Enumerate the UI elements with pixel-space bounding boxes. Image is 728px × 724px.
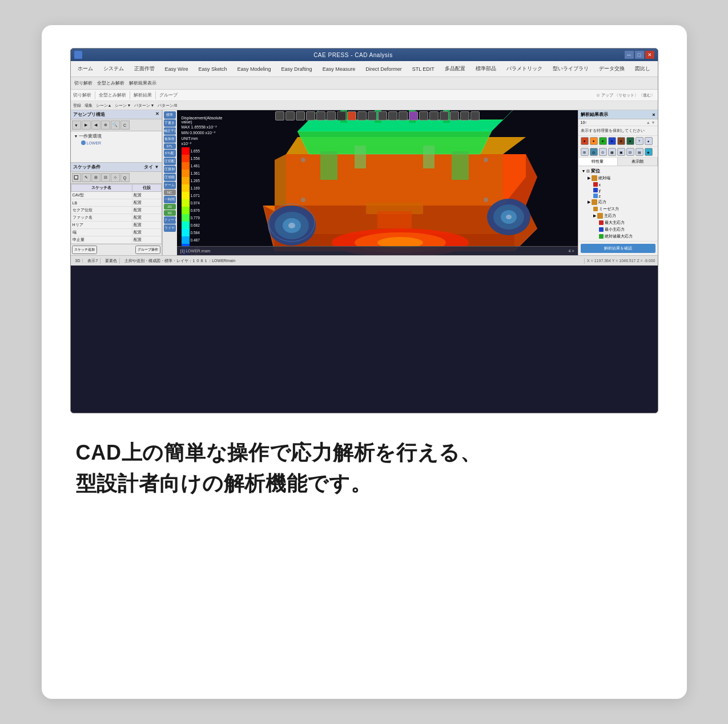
vt-btn-16[interactable]: [460, 111, 469, 120]
ricon-7[interactable]: ?: [636, 137, 643, 145]
vt-btn-1[interactable]: [275, 111, 284, 120]
sk-btn-6[interactable]: Q: [120, 173, 130, 182]
ricon-12[interactable]: ▦: [608, 148, 616, 156]
ricon-2[interactable]: ●: [590, 137, 598, 145]
side-btn-layer[interactable]: ライヤ: [164, 224, 176, 232]
ricon-13[interactable]: ▣: [617, 148, 625, 156]
side-btn-draft[interactable]: 下書き: [164, 119, 176, 127]
tab-pattern[interactable]: パターン/8: [158, 103, 177, 108]
tree-item-workspace[interactable]: ▼ 一作業環境: [72, 132, 160, 140]
tree-item-lower[interactable]: LOWER: [72, 140, 160, 146]
tab-home[interactable]: ホーム: [73, 64, 98, 74]
ricon-6[interactable]: ●: [626, 137, 634, 145]
sk-btn-5[interactable]: ⊹: [111, 173, 120, 182]
vt-btn-12[interactable]: [419, 111, 428, 120]
ricon-5[interactable]: ●: [617, 137, 625, 145]
vt-btn-4[interactable]: [306, 111, 315, 120]
vt-btn-7[interactable]: [357, 111, 367, 120]
side-btn-standard[interactable]: 標準: [164, 111, 176, 119]
sk-btn-4[interactable]: ⊟: [101, 173, 110, 182]
tab-scene[interactable]: 場集: [85, 103, 92, 108]
rtree-mises[interactable]: ミーゼス力: [581, 206, 655, 212]
vt-btn-10[interactable]: [388, 111, 397, 120]
side-btn-theme[interactable]: テーム: [164, 182, 176, 189]
ricon-4[interactable]: ●: [608, 137, 616, 145]
asm-btn-3[interactable]: ◀: [91, 120, 100, 130]
vt-btn-3[interactable]: [296, 111, 305, 120]
rtree-abs-max[interactable]: 絶対値最大応力: [581, 233, 655, 240]
tab-easy-modeling[interactable]: Easy Modeling: [233, 65, 276, 73]
tab-data-exchange[interactable]: データ交換: [594, 64, 629, 74]
vt-btn-14[interactable]: [440, 111, 449, 120]
sketch-add-btn[interactable]: スケッチ追加: [72, 246, 97, 254]
ricon-11[interactable]: ⊙: [599, 148, 607, 156]
sk-btn-1[interactable]: 🔲: [72, 173, 81, 182]
side-btn-nc[interactable]: NC: [164, 190, 176, 195]
tab-stl-edit[interactable]: STL EDIT: [408, 65, 439, 73]
asm-btn-6[interactable]: C: [120, 120, 130, 130]
tab-property-amount[interactable]: 特性量: [578, 158, 618, 166]
ricon-3[interactable]: ●: [599, 137, 607, 145]
tab-easy-measure[interactable]: Easy Measure: [318, 65, 360, 73]
ricon-1[interactable]: ●: [581, 137, 589, 145]
side-btn-stl-place[interactable]: STL配: [164, 150, 176, 157]
ricon-8[interactable]: ✦: [645, 137, 653, 145]
side-btn-tilt[interactable]: 圧傾能: [164, 174, 176, 181]
vt-btn-11[interactable]: [399, 111, 408, 120]
tab-scene3[interactable]: シーン▼: [115, 103, 131, 108]
asm-btn-5[interactable]: 🔍: [111, 120, 120, 130]
btn-result-display[interactable]: 解析統果表示: [129, 80, 156, 86]
tab-standard[interactable]: 標準部品: [471, 64, 501, 74]
vt-btn-9[interactable]: [378, 111, 387, 120]
sk-btn-2[interactable]: ✎: [82, 173, 91, 182]
maximize-button[interactable]: □: [635, 51, 644, 59]
tab-easy-drafting[interactable]: Easy Drafting: [277, 65, 317, 73]
rtree-principal[interactable]: ▶ 主応力: [581, 212, 655, 219]
vt-btn-17[interactable]: [470, 111, 480, 120]
asm-btn-1[interactable]: ▼: [72, 120, 81, 130]
rtree-max-principal[interactable]: 最大主応力: [581, 219, 655, 226]
ricon-16[interactable]: ◈: [645, 148, 653, 156]
rtree-displacement[interactable]: ▼ ⊟ 変位: [581, 167, 655, 175]
vt-btn-2[interactable]: [285, 111, 295, 120]
tab-note[interactable]: 小当注記: [656, 64, 658, 74]
tab-direct-deformer[interactable]: Direct Deformer: [361, 65, 407, 73]
side-btn-provisional[interactable]: 仮加自: [164, 135, 176, 143]
sk-btn-3[interactable]: ⊞: [91, 173, 100, 182]
analysis-panel-close-btn[interactable]: ×: [652, 112, 655, 118]
vt-btn-13[interactable]: [429, 111, 439, 120]
ricon-10[interactable]: ◎: [590, 148, 598, 156]
tab-display[interactable]: 表示朗: [618, 158, 658, 166]
tab-front[interactable]: 正面作管: [130, 64, 159, 74]
tab-parametric[interactable]: パラメトリック: [502, 64, 547, 74]
btn-full-analysis[interactable]: 全型とみ解析: [97, 80, 124, 86]
side-btn-3d[interactable]: 3D: [164, 210, 176, 216]
close-button[interactable]: ✕: [645, 51, 654, 59]
tab-multi[interactable]: 多品配置: [440, 64, 470, 74]
tab-diagram[interactable]: 図比し: [630, 64, 655, 74]
rtree-min-principal[interactable]: 最小主応力: [581, 226, 655, 233]
side-btn-interference[interactable]: 補正干渉: [164, 127, 176, 135]
ricon-15[interactable]: ▤: [636, 148, 643, 156]
side-btn-2d[interactable]: 2D: [164, 204, 176, 210]
asm-btn-4[interactable]: ⊕: [101, 120, 110, 130]
minimize-button[interactable]: ─: [625, 51, 634, 59]
vt-btn-15[interactable]: [450, 111, 459, 120]
vt-btn-red[interactable]: [347, 111, 356, 120]
side-btn-time[interactable]: 一時間: [164, 196, 176, 203]
group-operation-btn[interactable]: グループ操作: [135, 246, 160, 254]
analysis-confirm-btn[interactable]: 解析結果を確認: [581, 244, 655, 253]
side-btn-stl[interactable]: STL: [164, 143, 176, 149]
rtree-y[interactable]: y: [581, 187, 655, 193]
side-btn-press-cut[interactable]: 圧切配: [164, 158, 176, 165]
side-btn-feed[interactable]: フィード: [164, 216, 176, 224]
tab-edit[interactable]: 登録: [73, 103, 81, 108]
vt-btn-5[interactable]: [316, 111, 325, 120]
assembly-panel-close[interactable]: ✕: [155, 111, 159, 118]
tab-system[interactable]: システム: [99, 64, 128, 74]
tab-scene2[interactable]: シーン▲: [96, 103, 112, 108]
rtree-stress[interactable]: ▶ 応力: [581, 199, 655, 206]
vt-btn-6[interactable]: [327, 111, 336, 120]
tab-easy-wire[interactable]: Easy Wire: [160, 65, 193, 73]
vt-btn-purple[interactable]: [409, 111, 418, 120]
